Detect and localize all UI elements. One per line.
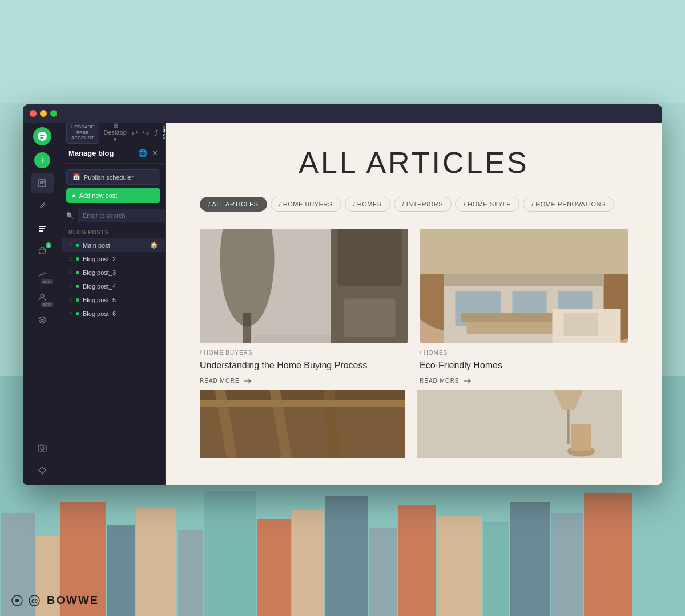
panel-toolbar: UPGRADE FREE ACCOUNT 🖥 Desktop ▾ ↩ ↪ ⤴ 💾… (62, 123, 165, 143)
sidebar-item-edit[interactable] (31, 196, 54, 216)
add-button[interactable]: + (34, 152, 50, 168)
share-button[interactable]: ⤴ (154, 128, 158, 137)
globe-icon[interactable]: 🌐 (138, 149, 147, 157)
blog-post-item-5[interactable]: ⠿ Blog post_6 (62, 307, 165, 321)
publish-scheduler-button[interactable]: 📅 Publish scheduler (66, 169, 160, 185)
traffic-light-yellow[interactable] (40, 110, 47, 117)
article-category-0: HOME BUYERS (200, 350, 408, 356)
close-icon[interactable]: ✕ (152, 149, 158, 157)
svg-rect-46 (571, 424, 591, 451)
svg-rect-6 (39, 226, 46, 227)
article-title-1: Eco-Friendly Homes (420, 359, 628, 372)
svg-marker-12 (39, 467, 46, 474)
search-input[interactable] (78, 209, 166, 222)
category-tabs: / ALL ARTICLES / HOME BUYERS / HOMES / I… (200, 197, 628, 212)
svg-point-48 (15, 599, 19, 602)
sidebar-bottom (31, 437, 54, 481)
traffic-light-red[interactable] (30, 110, 37, 117)
svg-rect-30 (513, 291, 547, 314)
cat-tab-home-style[interactable]: / HOME STYLE (455, 197, 519, 212)
browser-content: + (23, 123, 662, 485)
panel-buttons: 📅 Publish scheduler ● Add new post (62, 164, 165, 209)
undo-button[interactable]: ↩ (131, 128, 138, 137)
cat-tab-homes[interactable]: / HOMES (345, 197, 390, 212)
page-title: ALL ARTICLES (200, 145, 628, 180)
panel-header-icons: 🌐 ✕ (138, 149, 158, 157)
drag-handle: ⠿ (68, 270, 72, 276)
svg-rect-1 (40, 135, 45, 136)
svg-rect-35 (564, 313, 598, 336)
calendar-icon: 📅 (72, 173, 80, 181)
post-dot (76, 271, 79, 274)
traffic-light-green[interactable] (50, 110, 57, 117)
sidebar-item-crm[interactable]: BETA (31, 287, 54, 307)
blog-post-list: ⠿ Main post 🏠 ⠿ Blog post_2 ⠿ Blog post_… (62, 238, 165, 321)
post-dot (76, 257, 79, 261)
svg-point-11 (41, 447, 44, 450)
preview-area[interactable]: ALL ARTICLES / ALL ARTICLES / HOME BUYER… (166, 123, 662, 465)
articles-grid: HOME BUYERS Understanding the Home Buyin… (200, 229, 628, 384)
bottom-article-img-1 (417, 390, 622, 458)
blog-posts-section-title: Blog posts (62, 227, 165, 238)
sidebar-item-store[interactable]: 1 (31, 241, 54, 262)
drag-handle: ⠿ (68, 242, 72, 248)
bottom-strip (200, 390, 628, 458)
blog-post-item-1[interactable]: ⠿ Blog post_2 (62, 252, 165, 266)
drag-handle: ⠿ (68, 311, 72, 317)
search-icon: 🔍 (66, 212, 74, 220)
redo-button[interactable]: ↪ (143, 128, 150, 137)
article-image-1 (420, 229, 628, 343)
blog-post-item-0[interactable]: ⠿ Main post 🏠 (62, 238, 165, 252)
svg-rect-7 (39, 228, 45, 229)
store-badge: 1 (46, 242, 51, 248)
svg-rect-21 (344, 299, 395, 338)
svg-rect-2 (40, 137, 43, 139)
home-icon: 🏠 (150, 241, 158, 249)
article-image-0 (200, 229, 408, 343)
article-card-0: HOME BUYERS Understanding the Home Buyin… (200, 229, 408, 384)
read-more-0[interactable]: READ MORE (200, 378, 408, 384)
svg-rect-16 (254, 334, 335, 343)
article-img-side (331, 229, 408, 343)
svg-rect-18 (243, 313, 251, 343)
svg-rect-26 (420, 229, 628, 274)
beta-badge-crm: BETA (41, 302, 53, 307)
panel-header: Manage blog 🌐 ✕ (62, 143, 165, 164)
article-img-main (200, 229, 335, 343)
svg-text:cc: cc (31, 598, 38, 604)
bottom-article-img-0 (200, 390, 405, 458)
sidebar-item-blog[interactable] (31, 218, 54, 239)
article-category-1: HOMES (420, 350, 628, 356)
blog-panel: UPGRADE FREE ACCOUNT 🖥 Desktop ▾ ↩ ↪ ⤴ 💾… (62, 123, 166, 485)
sidebar-item-layers[interactable] (31, 310, 54, 330)
browser-window: + (23, 104, 662, 485)
cat-tab-all-articles[interactable]: / ALL ARTICLES (200, 197, 267, 212)
cat-tab-home-buyers[interactable]: / HOME BUYERS (271, 197, 341, 212)
sidebar-item-pages[interactable] (31, 173, 54, 193)
post-dot (76, 312, 79, 315)
beta-badge-analytics: BETA (41, 279, 53, 284)
sidebar-item-diamond[interactable] (31, 460, 54, 481)
blog-post-item-3[interactable]: ⠿ Blog post_4 (62, 279, 165, 293)
article-title-0: Understanding the Home Buying Process (200, 359, 408, 372)
blog-post-item-4[interactable]: ⠿ Blog post_5 (62, 293, 165, 307)
panel-title: Manage blog (68, 149, 114, 157)
cat-tab-interiors[interactable]: / INTERIORS (394, 197, 452, 212)
drag-handle: ⠿ (68, 256, 72, 262)
app-logo (33, 127, 51, 145)
blog-page: ALL ARTICLES / ALL ARTICLES / HOME BUYER… (166, 123, 662, 465)
sidebar-item-analytics[interactable]: BETA (31, 264, 54, 285)
upgrade-button[interactable]: UPGRADE FREE ACCOUNT (66, 123, 99, 144)
sidebar-item-camera[interactable] (31, 437, 54, 458)
read-more-1[interactable]: READ MORE (420, 378, 628, 384)
panel-search: 🔍 EN ▾ (62, 209, 165, 227)
cat-tab-home-renovations[interactable]: / HOME RENOVATIONS (523, 197, 614, 212)
plus-icon: ● (72, 192, 76, 199)
add-new-post-button[interactable]: ● Add new post (66, 188, 160, 203)
svg-point-9 (41, 294, 44, 298)
blog-post-item-2[interactable]: ⠿ Blog post_3 (62, 266, 165, 279)
device-selector[interactable]: 🖥 Desktop ▾ (104, 123, 127, 143)
bottom-bar: cc BOWWE (0, 585, 685, 616)
svg-rect-4 (40, 181, 45, 183)
article-img-bg (420, 229, 628, 343)
